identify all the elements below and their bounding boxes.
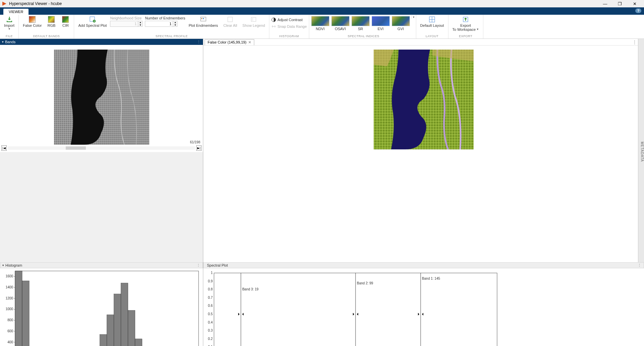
ribbon: Import ▼ FILE False Color RGB CIR DEFAUL… <box>0 15 644 39</box>
index-osavi[interactable]: OSAVI <box>331 16 350 31</box>
title-bar: Hyperspectral Viewer - hcube — ❐ ✕ <box>0 0 644 7</box>
svg-rect-42 <box>135 339 142 346</box>
export-icon <box>462 16 469 23</box>
false-color-button[interactable]: False Color <box>21 15 44 28</box>
panel-menu-button[interactable]: ⋮ <box>197 263 201 268</box>
panel-menu-button[interactable]: ⋮ <box>197 40 201 44</box>
collapse-icon: ▾ <box>2 264 4 267</box>
false-color-tab[interactable]: False Color (145,99,19) ✕ <box>205 39 254 45</box>
bands-panel-header[interactable]: ▾ Bands ⋮ <box>0 39 203 45</box>
contrast-icon <box>271 17 276 22</box>
minimize-button[interactable]: — <box>601 0 609 7</box>
svg-text:0.6: 0.6 <box>208 304 213 307</box>
dropdown-caret-icon: ▼ <box>476 27 479 31</box>
band-image[interactable] <box>54 50 149 145</box>
svg-text:Band 2: 99: Band 2: 99 <box>357 281 373 285</box>
index-evi[interactable]: EVI <box>372 16 390 31</box>
add-spectral-plot-button[interactable]: Add Spectral Plot <box>76 15 109 28</box>
snap-icon <box>271 24 276 29</box>
add-plot-icon <box>89 16 96 23</box>
band-slider[interactable] <box>8 146 195 150</box>
svg-text:Band 1: 145: Band 1: 145 <box>422 277 440 280</box>
svg-text:0.2: 0.2 <box>208 337 213 341</box>
false-color-icon <box>29 16 36 23</box>
histogram-panel-header[interactable]: ▾ Histogram ⋮ <box>0 262 203 268</box>
svg-text:1000: 1000 <box>6 307 13 311</box>
close-tab-button[interactable]: ✕ <box>248 40 251 45</box>
app-icon <box>2 1 7 6</box>
ribbon-group-default-bands: False Color RGB CIR DEFAULT BANDS <box>19 15 74 39</box>
window-title: Hyperspectral Viewer - hcube <box>9 1 601 6</box>
svg-rect-4 <box>203 18 204 19</box>
document-tabs: False Color (145,99,19) ✕ ⋮ <box>203 39 644 46</box>
cir-icon <box>62 16 69 23</box>
import-button[interactable]: Import ▼ <box>2 15 16 31</box>
band-counter: 61/198 <box>190 140 200 144</box>
rgb-icon <box>48 16 55 23</box>
bottom-area: ▾ Histogram ⋮ 02004006008001000120014001… <box>0 262 644 346</box>
panel-menu-button[interactable]: ⋮ <box>638 263 642 268</box>
svg-text:0.4: 0.4 <box>208 321 213 324</box>
svg-text:0.8: 0.8 <box>208 287 213 291</box>
metadata-tab[interactable]: METADATA <box>638 39 644 262</box>
legend-icon <box>250 16 257 23</box>
svg-rect-37 <box>100 335 107 346</box>
clear-icon <box>227 16 233 23</box>
index-sr[interactable]: SR <box>352 16 370 31</box>
show-legend-button[interactable]: Show Legend <box>240 15 267 28</box>
sr-thumb-icon <box>352 16 370 26</box>
svg-rect-40 <box>121 283 128 346</box>
close-button[interactable]: ✕ <box>630 0 639 7</box>
export-button[interactable]: Export To Workspace▼ <box>450 15 481 32</box>
svg-rect-3 <box>201 18 202 19</box>
ribbon-group-layout: Default Layout LAYOUT <box>416 15 448 39</box>
gvi-thumb-icon <box>392 16 410 26</box>
slider-thumb[interactable] <box>66 146 86 150</box>
maximize-button[interactable]: ❐ <box>615 0 624 7</box>
false-color-view <box>203 46 644 262</box>
default-layout-button[interactable]: Default Layout <box>418 15 446 28</box>
index-ndvi[interactable]: NDVI <box>311 16 329 31</box>
svg-text:1200: 1200 <box>6 296 13 300</box>
svg-rect-26 <box>22 281 29 346</box>
histogram-chart[interactable]: 0200400600800100012001400160005001000150… <box>0 268 203 346</box>
rgb-button[interactable]: RGB <box>45 15 58 28</box>
false-color-image[interactable] <box>374 50 474 149</box>
svg-text:400: 400 <box>7 340 13 344</box>
snap-data-range-button[interactable]: Snap Data Range <box>271 23 307 29</box>
svg-rect-38 <box>107 315 114 346</box>
ribbon-group-export: Export To Workspace▼ EXPORT <box>448 15 483 39</box>
svg-rect-39 <box>114 294 121 346</box>
ndvi-thumb-icon <box>311 16 329 26</box>
ribbon-group-spectral-profile: Add Spectral Plot Neighborhood Size ▲▼ N… <box>74 15 269 39</box>
indices-more-button[interactable]: ▾ <box>411 15 416 19</box>
neighborhood-size-label: Neighborhood Size <box>110 16 144 20</box>
svg-rect-6 <box>251 17 256 21</box>
num-endmembers-label: Number of Endmembers <box>145 16 185 20</box>
ribbon-group-file: Import ▼ FILE <box>0 15 19 39</box>
adjust-contrast-button[interactable]: Adjust Contrast <box>271 17 307 23</box>
spectral-plot-chart[interactable]: 00.10.20.30.40.50.60.70.80.9140060080010… <box>203 268 644 346</box>
plot-endmembers-button[interactable]: Plot Endmembers <box>186 15 220 28</box>
neighborhood-size-spinner[interactable]: ▲▼ <box>110 21 144 27</box>
tab-viewer[interactable]: VIEWER <box>3 9 29 15</box>
svg-text:1: 1 <box>211 271 213 275</box>
help-button[interactable]: ? <box>635 8 641 13</box>
main-area: ▾ Bands ⋮ 61/198 <box>0 39 644 262</box>
import-icon <box>6 16 13 23</box>
dropdown-caret-icon: ▼ <box>8 27 11 30</box>
layout-icon <box>429 16 435 23</box>
num-endmembers-spinner[interactable]: ▲▼ <box>145 21 185 27</box>
clear-all-button[interactable]: Clear All <box>221 15 239 28</box>
svg-rect-5 <box>228 17 232 22</box>
index-gvi[interactable]: GVI <box>392 16 410 31</box>
svg-text:1400: 1400 <box>6 285 13 289</box>
cir-button[interactable]: CIR <box>59 15 72 28</box>
next-band-button[interactable]: ▶| <box>196 145 202 151</box>
prev-band-button[interactable]: |◀ <box>1 145 7 151</box>
svg-text:0.9: 0.9 <box>208 279 213 283</box>
svg-rect-25 <box>15 271 22 346</box>
svg-text:600: 600 <box>7 329 13 333</box>
spectral-plot-panel-header[interactable]: Spectral Plot ⋮ <box>203 262 644 268</box>
svg-text:0.7: 0.7 <box>208 296 213 299</box>
